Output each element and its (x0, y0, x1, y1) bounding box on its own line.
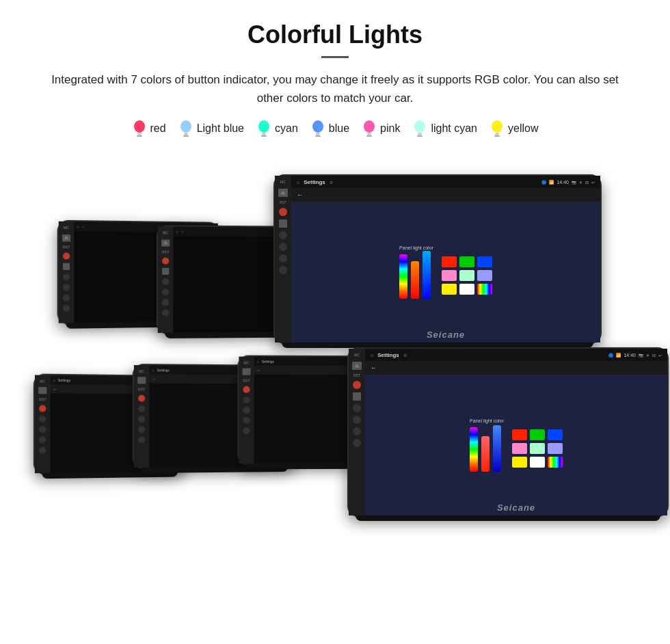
svg-rect-17 (417, 135, 423, 137)
svg-rect-13 (367, 133, 371, 135)
color-list: red Light blue cyan blue (132, 120, 539, 137)
cyan-bulb-icon (256, 120, 271, 137)
color-label-pink: pink (380, 122, 400, 135)
svg-rect-16 (418, 133, 422, 135)
svg-point-6 (258, 120, 269, 133)
color-item-yellow: yellow (490, 120, 538, 137)
bottom-display-row: MC RST ⌂ Settings (27, 347, 643, 539)
description: Integrated with 7 colors of button indic… (41, 70, 629, 107)
lightcyan-bulb-icon (412, 120, 427, 137)
color-item-blue: blue (310, 120, 349, 137)
svg-rect-20 (494, 135, 500, 137)
svg-point-0 (134, 120, 145, 133)
red-bulb-icon (132, 120, 147, 137)
svg-rect-8 (261, 135, 267, 137)
color-label-cyan: cyan (275, 122, 298, 135)
page-container: Colorful Lights Integrated with 7 colors… (0, 0, 670, 644)
svg-rect-14 (366, 135, 372, 137)
svg-point-3 (180, 120, 191, 133)
title-divider (321, 56, 349, 58)
top-display-row: MC RST ⌂ (27, 152, 643, 344)
svg-rect-1 (137, 133, 142, 135)
svg-rect-2 (137, 135, 142, 137)
color-label-yellow: yellow (508, 122, 538, 135)
unit-bot-4: MC RST (347, 347, 669, 517)
watermark-bottom: Seicane (365, 502, 667, 513)
color-label-lightblue: Light blue (197, 122, 244, 135)
color-label-red: red (150, 122, 166, 135)
svg-rect-4 (184, 133, 188, 135)
svg-point-9 (312, 120, 323, 133)
svg-point-15 (414, 120, 425, 133)
color-item-cyan: cyan (256, 120, 298, 137)
yellow-bulb-icon (490, 120, 505, 137)
svg-rect-19 (495, 133, 499, 135)
blue-bulb-icon (310, 120, 325, 137)
svg-rect-7 (262, 133, 266, 135)
page-title: Colorful Lights (247, 21, 423, 49)
display-area: MC RST ⌂ (27, 152, 643, 539)
color-label-lightcyan: light cyan (431, 122, 477, 135)
svg-rect-11 (315, 135, 321, 137)
lightblue-bulb-icon (178, 120, 193, 137)
color-item-red: red (132, 120, 166, 137)
svg-rect-10 (316, 133, 320, 135)
panel-label: Panel light color (399, 245, 433, 250)
svg-point-18 (492, 120, 502, 133)
svg-point-12 (364, 120, 375, 133)
svg-rect-5 (183, 135, 189, 137)
unit-top-3: MC RST (273, 174, 602, 344)
pink-bulb-icon (362, 120, 377, 137)
color-item-lightcyan: light cyan (412, 120, 477, 137)
watermark-top: Seicane (291, 330, 600, 340)
color-label-blue: blue (329, 122, 349, 135)
color-item-lightblue: Light blue (178, 120, 244, 137)
color-item-pink: pink (362, 120, 400, 137)
